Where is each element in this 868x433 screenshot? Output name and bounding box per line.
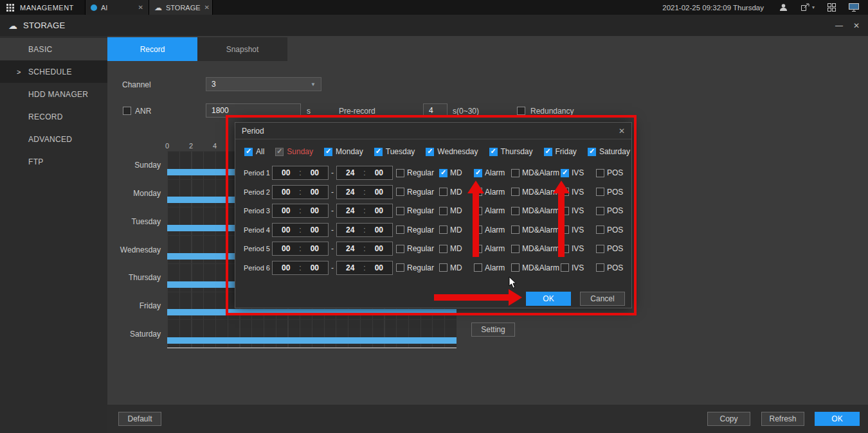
alarm-checkbox[interactable] xyxy=(474,225,482,234)
close-icon[interactable]: ✕ xyxy=(204,4,210,11)
regular-checkbox[interactable] xyxy=(396,225,404,234)
sidebar-item[interactable]: > RECORD xyxy=(0,105,107,128)
ivs-checkbox[interactable] xyxy=(561,263,569,272)
prerecord-input[interactable]: 4 xyxy=(423,103,448,118)
md-alarm-checkbox[interactable] xyxy=(511,245,520,253)
ivs-checkbox[interactable] xyxy=(561,245,569,253)
regular-checkbox[interactable] xyxy=(396,169,404,177)
ivs-checkbox[interactable] xyxy=(561,169,569,177)
anr-input[interactable]: 1800 xyxy=(206,103,301,118)
regular-checkbox[interactable] xyxy=(396,245,404,253)
md-alarm-label: MD&Alarm xyxy=(522,188,559,197)
anr-value: 1800 xyxy=(212,106,229,115)
tab-record[interactable]: Record xyxy=(107,37,197,61)
start-time-input[interactable]: 00 : 00 xyxy=(272,223,329,237)
md-checkbox[interactable] xyxy=(439,263,448,272)
ivs-checkbox[interactable] xyxy=(561,207,569,215)
day-checkbox[interactable] xyxy=(324,148,332,156)
regular-checkbox[interactable] xyxy=(396,263,404,272)
md-checkbox[interactable] xyxy=(439,207,448,215)
sidebar-item[interactable]: > ADVANCED xyxy=(0,128,107,150)
day-checkbox[interactable] xyxy=(374,148,383,156)
day-checkbox[interactable] xyxy=(275,148,284,156)
day-label: Friday xyxy=(107,292,162,320)
ok-button[interactable]: OK xyxy=(815,412,860,426)
pos-checkbox[interactable] xyxy=(596,207,604,215)
end-time-input[interactable]: 24 : 00 xyxy=(336,242,393,256)
channel-dropdown[interactable]: 3 ▼ xyxy=(206,77,321,91)
end-time-input[interactable]: 24 : 00 xyxy=(336,166,393,180)
day-checkbox[interactable] xyxy=(489,148,498,156)
ivs-checkbox[interactable] xyxy=(561,225,569,234)
tab-snapshot[interactable]: Snapshot xyxy=(197,37,287,61)
start-time-input[interactable]: 00 : 00 xyxy=(272,166,329,180)
ivs-checkbox[interactable] xyxy=(561,188,569,196)
start-time-input[interactable]: 00 : 00 xyxy=(272,185,329,199)
tab-storage[interactable]: ☁ STORAGE ✕ xyxy=(149,0,213,15)
range-dash: - xyxy=(329,168,336,177)
export-icon[interactable]: ▾ xyxy=(800,3,815,12)
display-icon[interactable] xyxy=(849,3,859,12)
record-period-bar xyxy=(167,337,457,344)
md-checkbox[interactable] xyxy=(439,188,448,196)
sidebar-item[interactable]: > FTP xyxy=(0,150,107,173)
start-hour: 00 xyxy=(282,206,290,215)
start-time-input[interactable]: 00 : 00 xyxy=(272,261,329,275)
schedule-row[interactable] xyxy=(167,319,457,348)
md-alarm-checkbox[interactable] xyxy=(511,207,520,215)
end-hour: 24 xyxy=(346,168,354,177)
day-checkbox[interactable] xyxy=(588,148,596,156)
copy-button[interactable]: Copy xyxy=(707,412,750,426)
ai-tab-label: AI xyxy=(101,4,107,12)
alarm-checkbox[interactable] xyxy=(474,263,482,272)
alarm-checkbox[interactable] xyxy=(474,207,482,215)
md-checkbox[interactable] xyxy=(439,225,448,234)
close-icon[interactable]: ✕ xyxy=(138,4,143,11)
md-checkbox[interactable] xyxy=(439,245,448,253)
alarm-checkbox[interactable] xyxy=(474,169,482,177)
md-checkbox[interactable] xyxy=(439,169,448,177)
md-alarm-checkbox[interactable] xyxy=(511,169,520,177)
management-tab[interactable]: MANAGEMENT xyxy=(0,0,86,15)
pos-checkbox[interactable] xyxy=(596,169,604,177)
sidebar-item[interactable]: > BASIC xyxy=(0,38,107,60)
regular-checkbox[interactable] xyxy=(396,207,404,215)
end-time-input[interactable]: 24 : 00 xyxy=(336,223,393,237)
start-time-input[interactable]: 00 : 00 xyxy=(272,204,329,218)
end-time-input[interactable]: 24 : 00 xyxy=(336,261,393,275)
end-time-input[interactable]: 24 : 00 xyxy=(336,185,393,199)
pos-checkbox[interactable] xyxy=(596,188,604,196)
day-checkbox[interactable] xyxy=(426,148,434,156)
md-alarm-checkbox[interactable] xyxy=(511,263,520,272)
minimize-button[interactable]: — xyxy=(835,21,843,30)
end-time-input[interactable]: 24 : 00 xyxy=(336,204,393,218)
dialog-ok-button[interactable]: OK xyxy=(526,292,571,306)
md-alarm-checkbox[interactable] xyxy=(511,225,520,234)
refresh-button[interactable]: Refresh xyxy=(761,412,804,426)
md-alarm-checkbox[interactable] xyxy=(511,188,520,196)
user-icon[interactable] xyxy=(779,3,788,12)
regular-checkbox[interactable] xyxy=(396,188,404,196)
alarm-checkbox[interactable] xyxy=(474,245,482,253)
day-checkbox[interactable] xyxy=(244,148,253,156)
sidebar-item[interactable]: > SCHEDULE xyxy=(0,60,107,83)
close-button[interactable]: ✕ xyxy=(853,21,860,30)
pos-checkbox[interactable] xyxy=(596,225,604,234)
alarm-checkbox[interactable] xyxy=(474,188,482,196)
day-checkbox[interactable] xyxy=(544,148,552,156)
tab-ai[interactable]: AI ✕ xyxy=(86,0,149,15)
dialog-cancel-button[interactable]: Cancel xyxy=(580,292,625,306)
anr-checkbox[interactable] xyxy=(123,107,131,115)
default-button[interactable]: Default xyxy=(118,412,161,426)
channel-grid-icon[interactable] xyxy=(827,3,836,12)
close-icon[interactable]: ✕ xyxy=(619,127,625,136)
pos-checkbox[interactable] xyxy=(596,263,604,272)
sidebar-item-label: BASIC xyxy=(28,45,53,54)
sidebar-item[interactable]: > HDD MANAGER xyxy=(0,83,107,105)
start-time-input[interactable]: 00 : 00 xyxy=(272,242,329,256)
day-label: Wednesday xyxy=(107,236,162,264)
pos-checkbox[interactable] xyxy=(596,245,604,253)
setting-button[interactable]: Setting xyxy=(471,323,515,337)
start-minute: 00 xyxy=(311,206,319,215)
redundancy-checkbox[interactable] xyxy=(517,107,525,115)
